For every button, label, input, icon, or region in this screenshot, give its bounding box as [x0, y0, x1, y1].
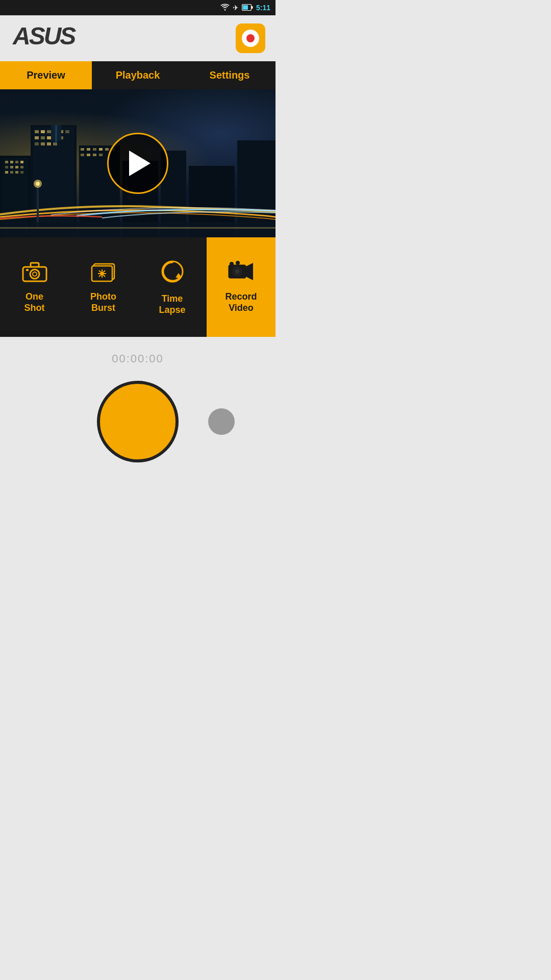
svg-rect-26	[65, 130, 69, 133]
airplane-icon: ✈	[233, 4, 239, 12]
svg-rect-23	[47, 130, 51, 133]
mode-record-video[interactable]: RecordVideo	[207, 237, 276, 337]
svg-rect-27	[35, 136, 39, 139]
play-icon	[129, 151, 151, 176]
camera-icon	[22, 261, 47, 284]
svg-rect-11	[5, 166, 8, 168]
record-dot-icon	[246, 34, 255, 42]
asus-logo: ASUS	[10, 22, 112, 55]
svg-rect-7	[5, 161, 8, 163]
photo-burst-icon	[91, 261, 116, 284]
svg-point-0	[224, 9, 226, 10]
mode-record-video-label: RecordVideo	[225, 291, 257, 313]
svg-point-69	[162, 261, 183, 282]
svg-rect-29	[47, 136, 51, 139]
svg-rect-51	[93, 154, 96, 156]
svg-rect-17	[15, 171, 18, 174]
timelapse-icon	[160, 259, 185, 286]
status-icons: ✈ 5:11	[220, 4, 270, 12]
svg-rect-45	[93, 148, 96, 151]
svg-rect-56	[0, 222, 276, 237]
mode-photo-burst-label: PhotoBurst	[90, 291, 116, 313]
svg-rect-2	[252, 6, 253, 9]
mode-time-lapse-label: TimeLapse	[159, 293, 185, 315]
svg-rect-32	[35, 142, 39, 145]
svg-rect-33	[41, 142, 45, 145]
tab-settings[interactable]: Settings	[184, 61, 276, 89]
switch-camera-button[interactable]	[208, 408, 235, 435]
svg-rect-52	[99, 154, 103, 156]
svg-rect-9	[15, 161, 18, 163]
mode-time-lapse[interactable]: TimeLapse	[138, 237, 207, 337]
svg-rect-46	[99, 148, 103, 151]
svg-rect-53	[37, 186, 39, 227]
svg-rect-22	[41, 130, 45, 133]
svg-rect-13	[15, 166, 18, 168]
svg-rect-37	[55, 125, 57, 143]
tab-playback[interactable]: Playback	[92, 61, 184, 89]
svg-point-55	[36, 182, 40, 186]
svg-rect-3	[243, 5, 248, 10]
svg-rect-8	[10, 161, 13, 163]
video-icon	[228, 261, 255, 284]
controls-area: 00:00:00	[0, 337, 276, 516]
svg-rect-12	[10, 166, 13, 168]
svg-rect-61	[26, 269, 29, 271]
svg-rect-28	[41, 136, 45, 139]
status-time: 5:11	[256, 4, 270, 12]
svg-rect-10	[20, 161, 23, 163]
tabs: Preview Playback Settings	[0, 61, 276, 89]
wifi-icon	[220, 4, 230, 12]
record-button-inner	[105, 388, 171, 455]
svg-point-60	[33, 272, 37, 276]
mode-photo-burst[interactable]: PhotoBurst	[69, 237, 138, 337]
svg-rect-34	[47, 142, 51, 145]
mode-one-shot-label: OneShot	[24, 291, 45, 313]
status-bar: ✈ 5:11	[0, 0, 276, 15]
tab-preview[interactable]: Preview	[0, 61, 92, 89]
mode-selector: OneShot PhotoBurst	[0, 237, 276, 337]
play-button[interactable]	[107, 133, 168, 194]
svg-point-59	[30, 270, 39, 279]
mode-one-shot[interactable]: OneShot	[0, 237, 69, 337]
svg-rect-47	[105, 148, 109, 151]
svg-rect-49	[81, 154, 84, 156]
app-icon[interactable]	[236, 23, 265, 53]
svg-rect-14	[20, 166, 23, 168]
svg-point-73	[230, 262, 234, 266]
svg-rect-16	[10, 171, 13, 174]
battery-icon	[242, 4, 253, 12]
svg-rect-50	[87, 154, 90, 156]
svg-rect-18	[20, 171, 23, 174]
timer-display: 00:00:00	[112, 352, 164, 365]
header: ASUS	[0, 15, 276, 61]
svg-rect-15	[5, 171, 8, 174]
svg-point-68	[101, 272, 104, 275]
svg-rect-43	[81, 148, 84, 151]
svg-rect-57	[0, 227, 276, 229]
svg-rect-21	[35, 130, 39, 133]
record-btn-row	[0, 381, 276, 462]
app-icon-inner	[242, 30, 259, 47]
svg-marker-75	[246, 263, 253, 280]
svg-text:ASUS: ASUS	[12, 22, 76, 50]
video-preview[interactable]	[0, 89, 276, 237]
svg-point-72	[235, 270, 239, 274]
svg-point-74	[236, 261, 240, 265]
record-button[interactable]	[97, 381, 179, 462]
svg-rect-44	[87, 148, 90, 151]
